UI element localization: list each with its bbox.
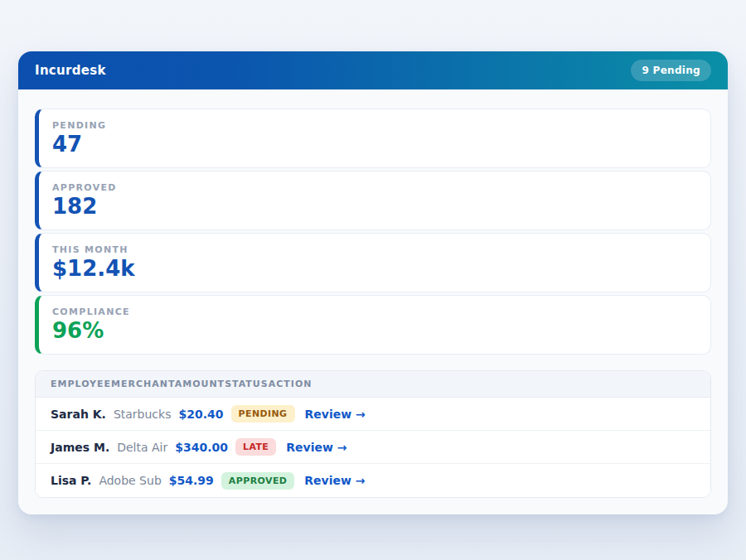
stat-label: APPROVED (52, 182, 697, 193)
table-body: Sarah K. Starbucks $20.40 PENDING Review… (36, 398, 710, 497)
merchant-name: Starbucks (114, 408, 172, 421)
table-row: Lisa P. Adobe Sub $54.99 APPROVED Review… (36, 464, 710, 497)
stat-card: APPROVED 182 (35, 171, 711, 230)
expenses-table: EMPLOYEEMERCHANTAMOUNTSTATUSACTION Sarah… (35, 370, 711, 498)
panel-body: PENDING 47 APPROVED 182 THIS MONTH $12.4… (18, 89, 728, 514)
stat-card: COMPLIANCE 96% (35, 295, 711, 355)
table-header-row: EMPLOYEEMERCHANTAMOUNTSTATUSACTION (36, 371, 710, 398)
table-row: James M. Delta Air $340.00 LATE Review → (36, 431, 710, 464)
review-link[interactable]: Review → (304, 474, 365, 487)
employee-name: James M. (51, 441, 109, 454)
merchant-name: Delta Air (117, 441, 167, 454)
column-header: ACTION (269, 379, 312, 389)
stat-value: 182 (52, 195, 697, 219)
review-link[interactable]: Review → (286, 441, 346, 454)
merchant-name: Adobe Sub (99, 474, 161, 487)
status-badge: APPROVED (221, 472, 295, 490)
stat-label: THIS MONTH (52, 244, 697, 255)
stat-value: 47 (52, 133, 697, 157)
column-header: STATUS (225, 379, 269, 389)
incurdesk-panel: Incurdesk 9 Pending PENDING 47 APPROVED … (18, 51, 728, 514)
status-badge: PENDING (231, 405, 295, 422)
review-link[interactable]: Review → (305, 408, 366, 421)
stat-value: 96% (52, 319, 697, 343)
amount-value: $20.40 (178, 408, 223, 421)
amount-value: $340.00 (175, 441, 228, 454)
pending-count-badge: 9 Pending (631, 60, 711, 81)
column-header: MERCHANT (111, 379, 175, 389)
app-title: Incurdesk (35, 63, 106, 78)
employee-name: Sarah K. (51, 408, 106, 421)
stat-value: $12.4k (52, 257, 697, 281)
status-badge: LATE (235, 438, 276, 456)
employee-name: Lisa P. (51, 474, 91, 487)
stat-label: COMPLIANCE (52, 307, 697, 317)
table-row: Sarah K. Starbucks $20.40 PENDING Review… (36, 398, 710, 431)
stat-card: PENDING 47 (35, 109, 711, 168)
column-header: EMPLOYEE (51, 379, 111, 389)
stat-label: PENDING (52, 120, 697, 131)
panel-header: Incurdesk 9 Pending (18, 51, 728, 89)
stat-card: THIS MONTH $12.4k (35, 233, 711, 292)
amount-value: $54.99 (169, 474, 214, 487)
column-header: AMOUNT (175, 379, 225, 389)
stats-list: PENDING 47 APPROVED 182 THIS MONTH $12.4… (35, 109, 711, 355)
